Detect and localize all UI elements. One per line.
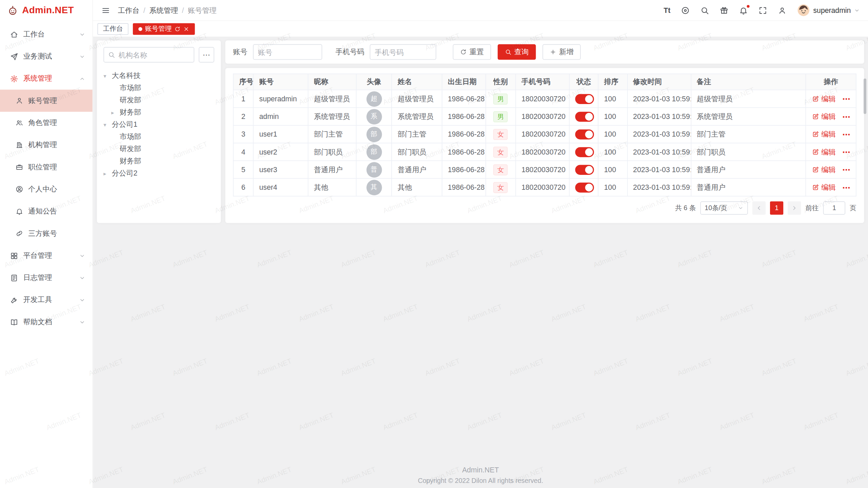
- theme-icon[interactable]: [681, 6, 690, 15]
- tree-node-7[interactable]: 财务部: [103, 155, 214, 167]
- sidebar-item-platform-manage[interactable]: 平台管理: [0, 245, 93, 267]
- status-toggle[interactable]: [575, 94, 594, 104]
- status-toggle[interactable]: [575, 182, 594, 192]
- tab-workbench[interactable]: 工作台: [97, 23, 128, 35]
- add-button[interactable]: 新增: [542, 44, 581, 60]
- cell-gender: 男: [486, 90, 516, 107]
- search-button[interactable]: 查询: [498, 44, 536, 60]
- app-logo[interactable]: Admin.NET: [0, 0, 93, 20]
- cell-ops: 编辑⋯: [806, 125, 856, 143]
- column-header-12: 操作: [806, 74, 856, 90]
- chevron-left-icon: [756, 205, 763, 211]
- sidebar-subitem-personal-center[interactable]: 个人中心: [0, 178, 93, 200]
- scrollbar-thumb[interactable]: [864, 79, 866, 114]
- tree-node-8[interactable]: ▸分公司2: [103, 167, 214, 179]
- user-dropdown[interactable]: superadmin: [797, 4, 860, 17]
- more-actions-button[interactable]: ⋯: [842, 147, 850, 156]
- caret-right-icon[interactable]: ▸: [103, 170, 112, 176]
- more-actions-button[interactable]: ⋯: [842, 165, 850, 174]
- goto-page-input[interactable]: [823, 201, 845, 215]
- cell-status: [569, 108, 598, 125]
- sidebar-subitem-position-manage[interactable]: 职位管理: [0, 156, 93, 178]
- cell-remark: 超级管理员: [691, 90, 806, 107]
- cell-nickname: 超级管理员: [308, 90, 356, 107]
- edit-button[interactable]: 编辑: [812, 147, 835, 157]
- sidebar-subitem-notice[interactable]: 通知公告: [0, 200, 93, 222]
- tab-label: 账号管理: [145, 24, 172, 34]
- prev-page-button[interactable]: [752, 201, 766, 215]
- tree-node-0[interactable]: ▾大名科技: [103, 70, 214, 82]
- sidebar-subitem-org-manage[interactable]: 机构管理: [0, 134, 93, 156]
- fullscreen-icon[interactable]: [758, 6, 767, 15]
- role-icon: [16, 119, 23, 127]
- caret-down-icon[interactable]: ▾: [103, 73, 112, 79]
- page-size-select[interactable]: 10条/页: [700, 201, 748, 215]
- edit-icon: [812, 148, 819, 156]
- org-search: [103, 47, 194, 63]
- sidebar-item-help-docs[interactable]: 帮助文档: [0, 311, 93, 333]
- accounts-table: 序号账号昵称头像姓名出生日期性别手机号码状态排序修改时间备注操作 1supera…: [233, 74, 856, 196]
- cell-modified: 2023-01-03 10:59:44: [627, 161, 691, 178]
- hamburger-icon[interactable]: [101, 6, 110, 15]
- more-actions-button[interactable]: ⋯: [842, 94, 850, 103]
- caret-right-icon[interactable]: ▸: [111, 109, 119, 115]
- status-toggle[interactable]: [575, 111, 594, 121]
- status-toggle[interactable]: [575, 129, 594, 139]
- cell-index: 2: [233, 108, 253, 125]
- bell-icon[interactable]: [739, 6, 748, 15]
- tree-node-4[interactable]: ▾分公司1: [103, 118, 214, 130]
- reset-button[interactable]: 重置: [453, 44, 491, 60]
- search-icon[interactable]: [700, 6, 709, 15]
- submenu-item-label: 角色管理: [28, 118, 85, 128]
- tree-node-6[interactable]: 研发部: [103, 143, 214, 155]
- edit-button[interactable]: 编辑: [812, 94, 835, 104]
- sidebar-item-dev-tools[interactable]: 开发工具: [0, 289, 93, 311]
- tree-node-2[interactable]: 研发部: [103, 94, 214, 106]
- phone-filter-input[interactable]: [370, 44, 436, 60]
- user-icon[interactable]: [778, 6, 787, 15]
- chevron-down-icon: [79, 252, 85, 259]
- edit-button[interactable]: 编辑: [812, 129, 835, 139]
- breadcrumb-item-workbench[interactable]: 工作台: [118, 5, 140, 15]
- next-page-button[interactable]: [788, 201, 801, 215]
- status-toggle[interactable]: [575, 165, 594, 175]
- tree-node-1[interactable]: 市场部: [103, 82, 214, 94]
- sidebar-subitem-account-manage[interactable]: 账号管理: [0, 89, 93, 111]
- refresh-icon[interactable]: [174, 26, 180, 32]
- account-filter-input[interactable]: [253, 44, 322, 60]
- sidebar-subitem-third-account[interactable]: 三方账号: [0, 222, 93, 244]
- more-actions-button[interactable]: ⋯: [842, 183, 850, 192]
- close-icon[interactable]: [183, 26, 189, 32]
- font-size-icon[interactable]: Tt: [664, 6, 670, 14]
- cell-sort: 100: [598, 125, 627, 143]
- cell-birth: 1986-06-28: [442, 143, 486, 161]
- sidebar-item-system-manage[interactable]: 系统管理: [0, 67, 93, 89]
- tab-account-manage[interactable]: 账号管理: [133, 23, 195, 35]
- ellipsis-icon: ⋯: [203, 50, 211, 59]
- cell-modified: 2023-01-03 10:59:44: [627, 90, 691, 107]
- sidebar-subitem-role-manage[interactable]: 角色管理: [0, 112, 93, 134]
- status-toggle[interactable]: [575, 147, 594, 157]
- breadcrumb-item-system[interactable]: 系统管理: [149, 5, 178, 15]
- edit-button[interactable]: 编辑: [812, 111, 835, 121]
- table-row-4: 4user2部门职员部部门职员1986-06-28女18020030720100…: [233, 143, 856, 161]
- gift-icon[interactable]: [720, 6, 729, 15]
- current-page[interactable]: 1: [770, 201, 783, 215]
- more-actions-button[interactable]: ⋯: [842, 112, 850, 121]
- log-icon: [10, 273, 18, 282]
- tree-node-5[interactable]: 市场部: [103, 130, 214, 143]
- org-search-input[interactable]: [103, 47, 194, 63]
- tree-more-button[interactable]: ⋯: [199, 47, 214, 63]
- chevron-down-icon: [79, 54, 85, 60]
- gender-tag: 男: [493, 111, 508, 122]
- edit-button[interactable]: 编辑: [812, 182, 835, 192]
- sidebar-item-business-test[interactable]: 业务测试: [0, 45, 93, 67]
- table-row-6: 6user4其他其其他1986-06-28女180200307201002023…: [233, 179, 856, 196]
- cell-sort: 100: [598, 179, 627, 196]
- more-actions-button[interactable]: ⋯: [842, 130, 850, 139]
- sidebar-item-workbench[interactable]: 工作台: [0, 23, 93, 45]
- caret-down-icon[interactable]: ▾: [103, 121, 112, 127]
- tree-node-3[interactable]: ▸财务部: [103, 106, 214, 118]
- sidebar-item-log-manage[interactable]: 日志管理: [0, 267, 93, 289]
- edit-button[interactable]: 编辑: [812, 165, 835, 175]
